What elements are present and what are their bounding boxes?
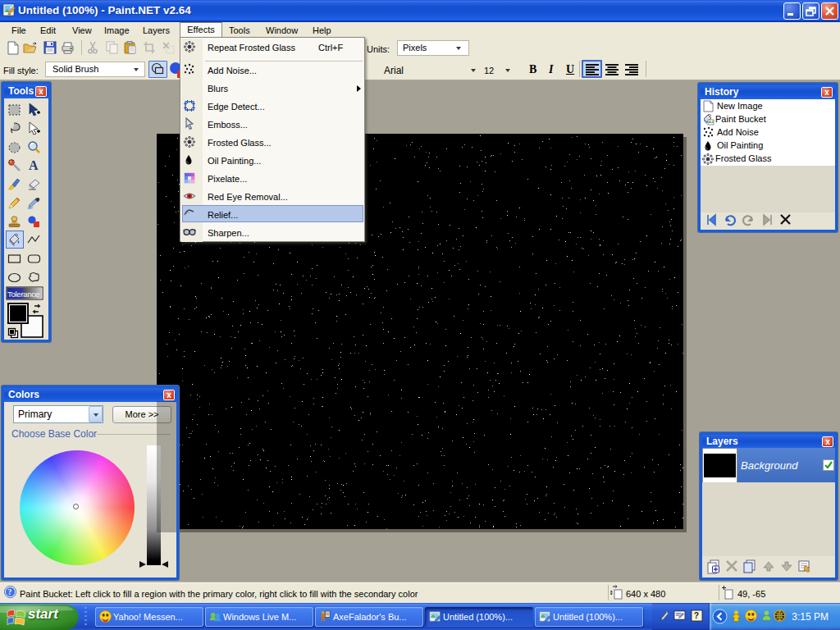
svg-text:Tolerance: Tolerance [7,290,39,299]
svg-text:?: ? [8,588,12,596]
svg-text:A: A [29,158,39,172]
svg-text:?: ? [694,611,699,620]
